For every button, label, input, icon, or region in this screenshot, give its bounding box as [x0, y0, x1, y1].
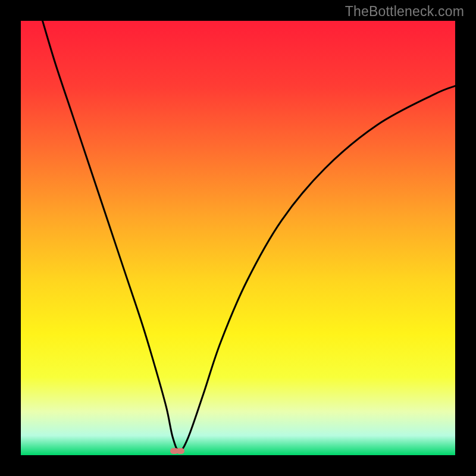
watermark-text: TheBottleneck.com — [345, 4, 464, 20]
plot-area — [21, 21, 455, 455]
chart-frame: TheBottleneck.com — [0, 0, 476, 476]
optimum-marker — [176, 448, 184, 454]
bottleneck-curve — [21, 21, 455, 455]
